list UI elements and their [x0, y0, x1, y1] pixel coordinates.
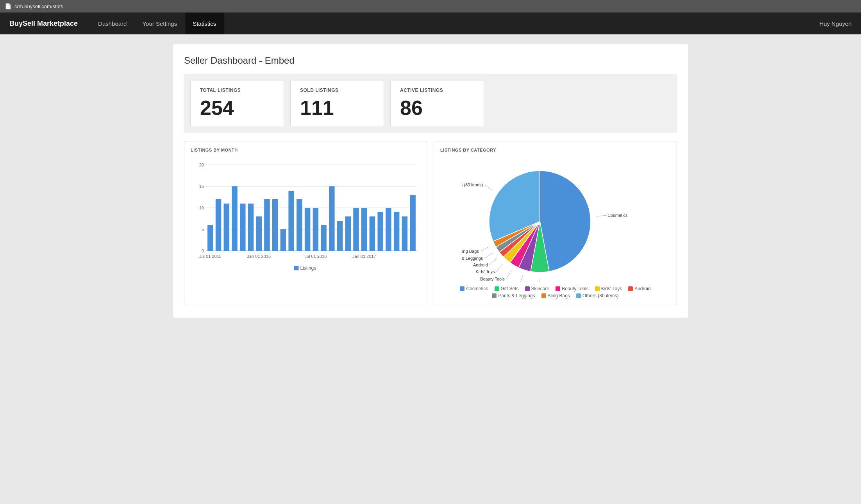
svg-rect-25 — [329, 186, 335, 251]
svg-text:Jul 01 2015: Jul 01 2015 — [199, 254, 222, 259]
svg-text:10: 10 — [199, 206, 204, 210]
stats-row: TOTAL LISTINGS 254 SOLD LISTINGS 111 ACT… — [184, 74, 677, 133]
svg-text:Pants & Leggings: Pants & Leggings — [462, 256, 483, 261]
dashboard-card: Seller Dashboard - Embed TOTAL LISTINGS … — [173, 44, 688, 318]
svg-rect-19 — [280, 229, 286, 251]
bar-chart-container: 05101520Jul 01 2015Jan 01 2016Jul 01 201… — [191, 157, 421, 274]
svg-rect-22 — [305, 208, 311, 251]
svg-text:Jul 01 2016: Jul 01 2016 — [304, 254, 327, 259]
page-wrapper: Seller Dashboard - Embed TOTAL LISTINGS … — [0, 34, 861, 504]
svg-text:0: 0 — [202, 248, 204, 253]
stat-sold-label: SOLD LISTINGS — [300, 88, 374, 93]
legend-label: Android — [634, 286, 650, 291]
nav-user: Huy Nguyen — [819, 20, 852, 27]
svg-text:Jan 01 2017: Jan 01 2017 — [352, 254, 376, 259]
pie-chart-container: CosmeticsGift SetsSkincareBeauty ToolsKi… — [440, 157, 670, 298]
legend-item: Pants & Leggings — [492, 293, 535, 298]
svg-rect-24 — [321, 225, 327, 251]
stat-sold-value: 111 — [300, 98, 374, 118]
legend-item: Skincare — [525, 286, 550, 291]
svg-text:Sling Bags: Sling Bags — [462, 249, 479, 254]
legend-item: Beauty Tools — [556, 286, 589, 291]
svg-rect-18 — [272, 199, 278, 251]
svg-rect-14 — [240, 204, 246, 251]
bar-chart-panel: LISTINGS BY MONTH 05101520Jul 01 2015Jan… — [184, 141, 427, 305]
svg-text:15: 15 — [199, 184, 204, 189]
svg-line-56 — [480, 247, 489, 251]
svg-text:Cosmetics: Cosmetics — [607, 213, 628, 218]
svg-rect-35 — [410, 195, 416, 251]
svg-rect-21 — [297, 199, 302, 251]
bar-chart-svg: 05101520Jul 01 2015Jan 01 2016Jul 01 201… — [191, 157, 421, 274]
svg-rect-16 — [256, 216, 262, 251]
pie-svg-wrapper: CosmeticsGift SetsSkincareBeauty ToolsKi… — [440, 157, 670, 282]
svg-rect-10 — [207, 225, 213, 251]
stat-sold-listings: SOLD LISTINGS 111 — [290, 80, 384, 127]
stat-active-listings: ACTIVE LISTINGS 86 — [390, 80, 484, 127]
stat-active-label: ACTIVE LISTINGS — [400, 88, 474, 93]
svg-line-46 — [520, 275, 523, 282]
svg-rect-23 — [313, 208, 319, 251]
svg-rect-13 — [232, 186, 238, 251]
legend-label: Beauty Tools — [562, 286, 589, 291]
svg-rect-26 — [337, 221, 343, 251]
svg-text:Jan 01 2016: Jan 01 2016 — [247, 254, 271, 259]
legend-item: Gift Sets — [495, 286, 519, 291]
legend-label: Sling Bags — [548, 293, 570, 298]
pie-chart-svg: CosmeticsGift SetsSkincareBeauty ToolsKi… — [462, 157, 649, 282]
nav-your-settings[interactable]: Your Settings — [134, 13, 185, 34]
legend-item: Kids' Toys — [595, 286, 622, 291]
nav-links: Dashboard Your Settings Statistics — [90, 13, 819, 34]
charts-row: LISTINGS BY MONTH 05101520Jul 01 2015Jan… — [184, 141, 677, 305]
svg-rect-33 — [394, 212, 400, 251]
svg-rect-17 — [264, 199, 270, 251]
svg-rect-28 — [353, 208, 359, 251]
svg-rect-29 — [361, 208, 367, 251]
svg-text:20: 20 — [199, 163, 204, 167]
svg-line-54 — [484, 253, 493, 258]
svg-text:Beauty Tools: Beauty Tools — [480, 277, 505, 281]
svg-line-58 — [484, 185, 493, 190]
svg-line-42 — [596, 215, 606, 216]
legend-label: Skincare — [531, 286, 550, 291]
legend-label: Kids' Toys — [601, 286, 622, 291]
legend-item: Sling Bags — [541, 293, 570, 298]
svg-rect-11 — [216, 199, 222, 251]
address-bar: 📄 crm.buysell.com/stats — [0, 0, 861, 13]
nav-dashboard[interactable]: Dashboard — [90, 13, 134, 34]
legend-item: Android — [628, 286, 650, 291]
navbar: BuySell Marketplace Dashboard Your Setti… — [0, 13, 861, 34]
legend-label: Pants & Leggings — [498, 293, 535, 298]
legend-label: Cosmetics — [466, 286, 488, 291]
svg-rect-12 — [224, 204, 230, 251]
svg-rect-32 — [386, 208, 391, 251]
svg-rect-15 — [248, 204, 254, 251]
svg-rect-34 — [402, 216, 408, 251]
svg-rect-30 — [370, 216, 375, 251]
stat-total-listings: TOTAL LISTINGS 254 — [190, 80, 284, 127]
svg-rect-31 — [377, 212, 383, 251]
svg-rect-40 — [294, 266, 299, 270]
page-icon: 📄 — [5, 3, 11, 9]
svg-text:Android: Android — [473, 263, 488, 267]
svg-text:Others (80 items): Others (80 items) — [462, 182, 483, 187]
legend-item: Others (80 items) — [576, 293, 619, 298]
stat-total-label: TOTAL LISTINGS — [200, 88, 274, 93]
svg-text:5: 5 — [202, 227, 204, 232]
legend-label: Others (80 items) — [582, 293, 619, 298]
nav-brand: BuySell Marketplace — [9, 20, 78, 28]
svg-rect-20 — [288, 191, 294, 251]
svg-text:Kids' Toys: Kids' Toys — [475, 269, 495, 274]
svg-text:Listings: Listings — [300, 265, 316, 271]
svg-line-52 — [489, 258, 497, 265]
stat-total-value: 254 — [200, 98, 274, 118]
bar-chart-title: LISTINGS BY MONTH — [191, 148, 421, 152]
svg-line-48 — [506, 270, 511, 279]
legend-item: Cosmetics — [460, 286, 488, 291]
pie-legend: CosmeticsGift SetsSkincareBeauty ToolsKi… — [440, 286, 670, 298]
svg-rect-27 — [345, 216, 351, 251]
page-title: Seller Dashboard - Embed — [184, 55, 677, 66]
svg-line-50 — [496, 265, 502, 272]
nav-statistics[interactable]: Statistics — [185, 13, 224, 34]
url-text: crm.buysell.com/stats — [14, 4, 63, 9]
